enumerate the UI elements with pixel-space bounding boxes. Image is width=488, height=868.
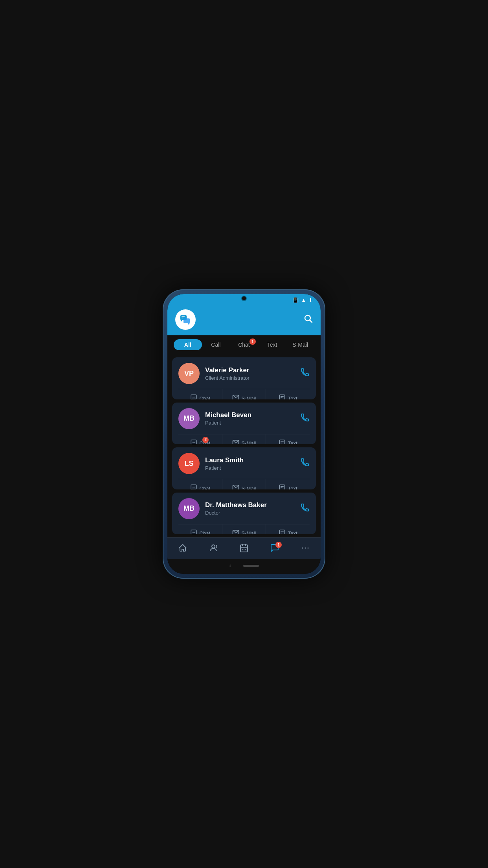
action-smail-laura-smith[interactable]: S-Mail xyxy=(222,479,266,489)
action-label-smail: S-Mail xyxy=(242,395,256,399)
svg-point-29 xyxy=(194,532,195,533)
action-label-text: Text xyxy=(288,395,297,399)
nav-item-more[interactable] xyxy=(290,542,321,557)
action-chat-dr-matthews-baker[interactable]: Chat xyxy=(178,524,222,535)
svg-point-44 xyxy=(308,548,309,549)
contact-name-dr-matthews-baker: Dr. Matthews Baker xyxy=(205,501,267,509)
action-smail-valerie-parker[interactable]: S-Mail xyxy=(222,389,266,399)
svg-point-13 xyxy=(193,442,193,443)
svg-rect-41 xyxy=(245,549,246,550)
email-action-icon xyxy=(232,529,239,535)
action-chat-michael-beven[interactable]: Chat2 xyxy=(178,434,222,445)
contacts-nav-icon xyxy=(209,543,218,555)
contact-card-michael-beven: MBMichael BevenPatientChat2S-MailText xyxy=(172,403,316,445)
svg-rect-39 xyxy=(242,549,243,550)
call-button-dr-matthews-baker[interactable] xyxy=(300,503,310,515)
more-nav-icon xyxy=(301,543,310,555)
contact-card-laura-smith: LSLaura SmithPatientChatS-MailText xyxy=(172,447,316,489)
action-label-chat: Chat xyxy=(200,530,210,534)
tab-all[interactable]: All xyxy=(174,339,202,350)
calendar-nav-icon xyxy=(239,543,249,555)
phone-screen: 📳 ▲ ⬇ xyxy=(167,294,321,574)
header xyxy=(167,305,321,335)
svg-point-34 xyxy=(212,545,215,548)
svg-point-14 xyxy=(193,442,194,443)
tabs-bar: AllCallChat1TextS-Mail xyxy=(167,335,321,354)
tab-text[interactable]: Text xyxy=(258,339,286,350)
svg-point-15 xyxy=(194,442,195,443)
tab-call[interactable]: Call xyxy=(202,339,230,350)
battery-icon: ⬇ xyxy=(308,297,313,303)
phone-frame: 📳 ▲ ⬇ xyxy=(163,289,325,579)
action-smail-dr-matthews-baker[interactable]: S-Mail xyxy=(222,524,266,535)
svg-point-43 xyxy=(305,548,306,549)
status-bar: 📳 ▲ ⬇ xyxy=(167,294,321,305)
svg-point-7 xyxy=(193,397,194,398)
action-text-laura-smith[interactable]: Text xyxy=(266,479,310,489)
action-chat-valerie-parker[interactable]: Chat xyxy=(178,389,222,399)
text-action-icon xyxy=(279,439,286,445)
tab-chat[interactable]: Chat1 xyxy=(230,339,258,350)
nav-item-home[interactable] xyxy=(167,542,198,557)
back-arrow-icon[interactable]: ‹ xyxy=(229,562,231,569)
chat-action-icon xyxy=(190,394,197,399)
svg-line-5 xyxy=(310,320,312,323)
contact-actions-michael-beven: Chat2S-MailText xyxy=(178,434,310,445)
contact-details-michael-beven: Michael BevenPatient xyxy=(205,411,251,426)
home-nav-icon xyxy=(178,543,187,555)
contact-left-dr-matthews-baker: MBDr. Matthews BakerDoctor xyxy=(178,498,267,519)
action-text-michael-beven[interactable]: Text xyxy=(266,434,310,445)
email-action-icon xyxy=(232,394,239,399)
action-badge-chat-michael-beven: 2 xyxy=(202,437,209,443)
contact-role-michael-beven: Patient xyxy=(205,420,251,426)
action-label-smail: S-Mail xyxy=(242,530,256,534)
contact-details-laura-smith: Laura SmithPatient xyxy=(205,456,244,471)
search-icon xyxy=(303,314,313,323)
chat-action-icon xyxy=(190,529,197,535)
svg-rect-1 xyxy=(183,318,190,323)
action-label-chat: Chat xyxy=(200,395,210,399)
text-action-icon xyxy=(279,529,286,535)
contact-name-valerie-parker: Valerie Parker xyxy=(205,366,250,374)
call-button-valerie-parker[interactable] xyxy=(300,368,310,379)
svg-point-22 xyxy=(194,487,195,488)
home-pill xyxy=(243,565,259,567)
svg-point-20 xyxy=(193,487,193,488)
svg-rect-2 xyxy=(182,316,185,317)
contact-name-laura-smith: Laura Smith xyxy=(205,456,244,464)
bottom-nav: 1 xyxy=(167,537,321,559)
header-left xyxy=(175,309,200,330)
contact-name-michael-beven: Michael Beven xyxy=(205,411,251,419)
search-button[interactable] xyxy=(303,314,313,326)
contact-role-dr-matthews-baker: Doctor xyxy=(205,510,267,516)
action-label-smail: S-Mail xyxy=(242,440,256,444)
action-text-dr-matthews-baker[interactable]: Text xyxy=(266,524,310,535)
nav-badge-messages: 1 xyxy=(275,542,282,548)
svg-point-27 xyxy=(193,532,193,533)
action-label-text: Text xyxy=(288,440,297,444)
action-label-smail: S-Mail xyxy=(242,485,256,489)
nav-item-calendar[interactable] xyxy=(229,542,259,557)
tab-smail[interactable]: S-Mail xyxy=(286,339,314,350)
contact-actions-valerie-parker: ChatS-MailText xyxy=(178,389,310,399)
contact-info-michael-beven: MBMichael BevenPatient xyxy=(178,408,310,429)
call-button-michael-beven[interactable] xyxy=(300,413,310,425)
svg-rect-40 xyxy=(244,549,244,550)
chat-action-icon xyxy=(190,439,197,445)
camera-dot xyxy=(241,296,247,301)
contact-card-valerie-parker: VPValerie ParkerClient AdministratorChat… xyxy=(172,357,316,399)
nav-item-messages[interactable]: 1 xyxy=(259,542,290,557)
svg-rect-24 xyxy=(279,485,285,489)
action-chat-laura-smith[interactable]: Chat xyxy=(178,479,222,489)
action-text-valerie-parker[interactable]: Text xyxy=(266,389,310,399)
contact-avatar-laura-smith: LS xyxy=(178,453,200,474)
nav-item-contacts[interactable] xyxy=(198,542,229,557)
action-smail-michael-beven[interactable]: S-Mail xyxy=(222,434,266,445)
call-button-laura-smith[interactable] xyxy=(300,458,310,469)
contacts-list: VPValerie ParkerClient AdministratorChat… xyxy=(167,354,321,537)
status-icons: 📳 ▲ ⬇ xyxy=(292,297,313,303)
svg-point-8 xyxy=(194,397,195,398)
home-indicator: ‹ xyxy=(167,559,321,574)
contact-actions-laura-smith: ChatS-MailText xyxy=(178,479,310,489)
contact-left-laura-smith: LSLaura SmithPatient xyxy=(178,453,244,474)
